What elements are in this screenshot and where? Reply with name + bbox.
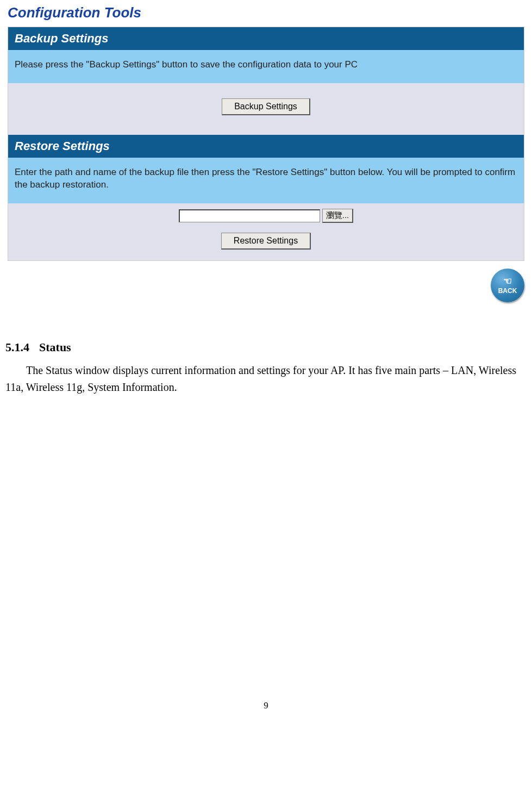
- page-title: Configuration Tools: [0, 0, 532, 27]
- restore-settings-header: Restore Settings: [8, 135, 524, 158]
- restore-file-input[interactable]: [179, 209, 320, 222]
- backup-settings-header: Backup Settings: [8, 27, 524, 50]
- back-label: BACK: [498, 287, 517, 295]
- page-number: 9: [0, 700, 532, 722]
- doc-heading: 5.1.4Status: [5, 340, 527, 354]
- backup-settings-button[interactable]: Backup Settings: [222, 98, 310, 115]
- doc-body: The Status window displays current infor…: [5, 362, 527, 396]
- doc-section-title: Status: [39, 340, 71, 354]
- backup-settings-info: Please press the "Backup Settings" butto…: [8, 50, 524, 83]
- config-panel: Backup Settings Please press the "Backup…: [8, 27, 524, 261]
- backup-settings-body: Backup Settings: [8, 83, 524, 135]
- browse-button[interactable]: 瀏覽...: [322, 209, 354, 223]
- back-hand-icon: ☜: [503, 276, 512, 286]
- doc-section: 5.1.4Status The Status window displays c…: [0, 340, 532, 396]
- restore-settings-info: Enter the path and name of the backup fi…: [8, 158, 524, 203]
- back-button[interactable]: ☜ BACK: [491, 269, 524, 302]
- back-row: ☜ BACK: [8, 269, 524, 302]
- file-row: 瀏覽...: [15, 209, 517, 223]
- restore-settings-body: 瀏覽... Restore Settings: [8, 203, 524, 260]
- restore-settings-button[interactable]: Restore Settings: [221, 233, 311, 250]
- doc-section-number: 5.1.4: [5, 340, 29, 354]
